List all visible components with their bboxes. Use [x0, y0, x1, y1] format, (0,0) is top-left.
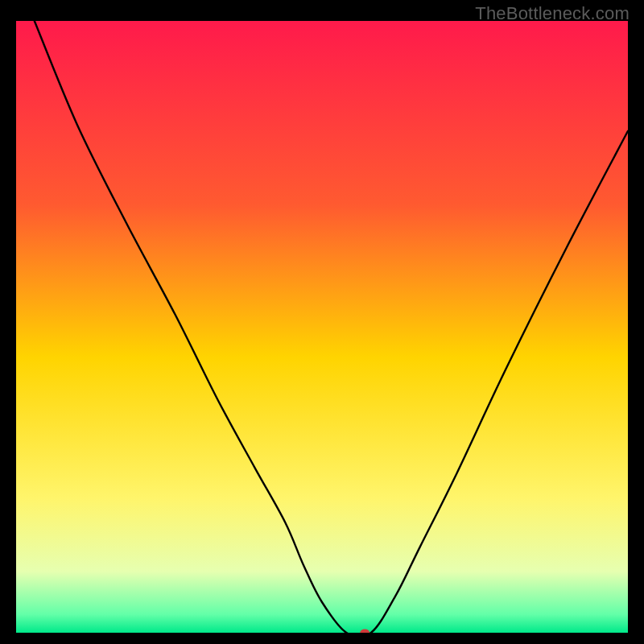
gradient-background — [16, 21, 628, 633]
plot-area — [16, 21, 628, 633]
chart-svg — [16, 21, 628, 633]
chart-frame: TheBottleneck.com — [0, 0, 644, 644]
